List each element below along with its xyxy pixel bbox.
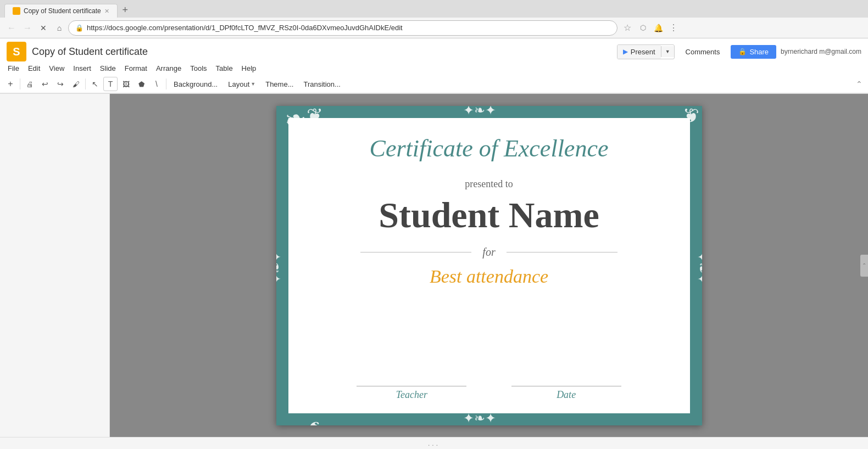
divider3 <box>166 78 166 89</box>
layout-btn[interactable]: Layout ▼ <box>224 78 260 90</box>
menu-help[interactable]: Help <box>237 63 261 74</box>
reload-btn[interactable]: ✕ <box>36 21 51 35</box>
browser-chrome: Copy of Student certificate ✕ + ← → ✕ ⌂ … <box>0 0 868 38</box>
address-bar-row: ← → ✕ ⌂ 🔒 https://docs.google.com/presen… <box>0 18 868 38</box>
share-btn[interactable]: 🔒 Share <box>731 45 776 59</box>
cert-teacher-sig: Teacher <box>357 386 466 401</box>
svg-text:✦❧✦: ✦❧✦ <box>695 251 702 284</box>
divider1 <box>20 78 20 89</box>
bottom-bar: ... <box>0 437 868 449</box>
add-slide-btn[interactable]: + <box>3 77 18 91</box>
cast-icon[interactable]: ⬡ <box>637 22 649 34</box>
cert-student-name[interactable]: Student Name <box>379 194 599 236</box>
back-btn[interactable]: ← <box>4 21 19 35</box>
menu-view[interactable]: View <box>44 63 69 74</box>
image-btn[interactable]: 🖼 <box>119 77 133 91</box>
cert-title[interactable]: Certificate of Excellence <box>370 134 609 164</box>
app-header: S Copy of Student certificate ▶ Present … <box>0 38 868 94</box>
menu-icon[interactable]: ⋮ <box>667 22 680 34</box>
svg-text:✦❧✦: ✦❧✦ <box>463 106 496 117</box>
cert-for-row: for <box>360 246 618 259</box>
line-btn[interactable]: \ <box>149 77 164 91</box>
tab-title: Copy of Student certificate <box>24 7 101 15</box>
cert-signature-row: Teacher Date <box>335 386 644 406</box>
main-area: ❧ ❦ ❧ ❦ ❧ ❦ ❧ ✦❧✦ ✦❧✦ ✦❧✦ <box>0 94 868 437</box>
new-tab-btn[interactable]: + <box>118 2 133 18</box>
panel-collapse-handle[interactable]: ⌃ <box>860 255 868 277</box>
address-bar[interactable]: 🔒 https://docs.google.com/presentation/d… <box>68 20 617 36</box>
cert-line-left <box>360 252 472 252</box>
cert-date-sig: Date <box>511 386 621 401</box>
present-main-btn[interactable]: ▶ Present <box>617 45 661 59</box>
canvas-area[interactable]: ❧ ❦ ❧ ❦ ❧ ❦ ❧ ✦❧✦ ✦❧✦ ✦❧✦ <box>110 94 868 437</box>
menu-format[interactable]: Format <box>120 63 152 74</box>
cert-teacher-sig-line <box>357 386 466 386</box>
menu-table[interactable]: Table <box>212 63 237 74</box>
present-dropdown-btn[interactable]: ▼ <box>661 46 674 57</box>
comments-btn[interactable]: Comments <box>679 45 727 59</box>
lock-icon: 🔒 <box>75 24 84 32</box>
title-row: S Copy of Student certificate ▶ Present … <box>0 38 868 61</box>
tab-bar: Copy of Student certificate ✕ + <box>0 0 868 18</box>
notifications-icon[interactable]: 🔔 <box>652 22 664 34</box>
cert-award[interactable]: Best attendance <box>430 266 548 287</box>
cert-content: Certificate of Excellence presented to S… <box>290 120 688 412</box>
divider2 <box>85 78 86 89</box>
transition-btn[interactable]: Transition... <box>299 78 344 90</box>
redo-btn[interactable]: ↪ <box>53 77 68 91</box>
app-logo: S <box>7 42 26 61</box>
present-button-group: ▶ Present ▼ <box>617 44 675 59</box>
print-btn[interactable]: 🖨 <box>23 77 37 91</box>
menu-bar: File Edit View Insert Slide Format Arran… <box>0 61 868 75</box>
shapes-btn[interactable]: ⬟ <box>134 77 148 91</box>
bookmark-star-icon[interactable]: ☆ <box>621 22 633 34</box>
share-lock-icon: 🔒 <box>738 48 747 55</box>
user-email[interactable]: byrnerichard m@gmail.com <box>781 48 861 55</box>
forward-btn[interactable]: → <box>20 21 35 35</box>
svg-text:✦❧✦: ✦❧✦ <box>463 411 496 425</box>
menu-arrange[interactable]: Arrange <box>152 63 186 74</box>
select-tool-btn[interactable]: ↖ <box>88 77 102 91</box>
slides-panel <box>0 94 110 437</box>
active-tab[interactable]: Copy of Student certificate ✕ <box>4 4 118 18</box>
layout-arrow-icon: ▼ <box>251 81 255 87</box>
menu-slide[interactable]: Slide <box>96 63 120 74</box>
cert-teacher-label: Teacher <box>396 389 427 401</box>
svg-text:❦: ❦ <box>307 417 323 425</box>
tab-close-icon[interactable]: ✕ <box>104 8 109 15</box>
menu-file[interactable]: File <box>3 63 24 74</box>
text-box-btn[interactable]: T <box>103 77 118 91</box>
cert-date-label: Date <box>557 389 576 401</box>
cert-presented-to: presented to <box>465 178 513 190</box>
certificate-slide[interactable]: ❧ ❦ ❧ ❦ ❧ ❦ ❧ ✦❧✦ ✦❧✦ ✦❧✦ <box>276 106 702 425</box>
paint-format-btn[interactable]: 🖌 <box>69 77 83 91</box>
cert-date-sig-line <box>511 386 621 386</box>
home-btn[interactable]: ⌂ <box>52 21 66 35</box>
theme-btn[interactable]: Theme... <box>261 78 298 90</box>
bottom-dots: ... <box>428 440 440 447</box>
toolbar: + 🖨 ↩ ↪ 🖌 ↖ T 🖼 ⬟ \ Background... Layout… <box>0 75 868 93</box>
menu-insert[interactable]: Insert <box>69 63 96 74</box>
menu-tools[interactable]: Tools <box>186 63 211 74</box>
undo-btn[interactable]: ↩ <box>38 77 52 91</box>
cert-line-right <box>507 252 618 252</box>
app-title[interactable]: Copy of Student certificate <box>32 46 611 58</box>
background-btn[interactable]: Background... <box>169 78 222 91</box>
menu-edit[interactable]: Edit <box>24 63 44 74</box>
url-text: https://docs.google.com/presentation/d/1… <box>87 24 403 32</box>
collapse-panel-btn[interactable]: ⌃ <box>854 78 865 89</box>
cert-for-text: for <box>482 246 495 259</box>
slides-app: S Copy of Student certificate ▶ Present … <box>0 38 868 449</box>
present-icon: ▶ <box>623 48 628 55</box>
tab-favicon <box>13 7 20 15</box>
svg-text:✦❧✦: ✦❧✦ <box>276 251 283 284</box>
